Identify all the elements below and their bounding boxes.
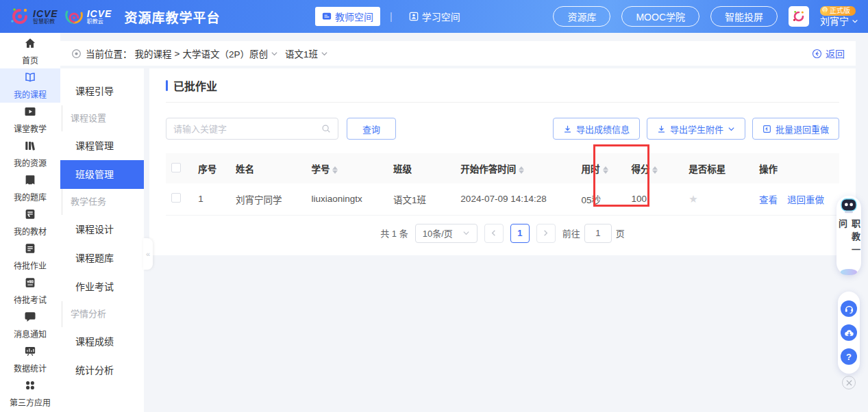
logo-group: ICVE 智慧职教 ICVE 职教云 资源库教学平台 xyxy=(10,6,220,27)
prev-page-button[interactable] xyxy=(484,224,504,243)
learner-icon xyxy=(409,12,419,21)
sidebar-item-stats[interactable]: 数据统计 xyxy=(0,342,60,376)
chevron-down-icon xyxy=(852,18,858,25)
help-button[interactable]: ? xyxy=(841,348,857,365)
sort-carets-icon[interactable] xyxy=(332,166,338,174)
query-button[interactable]: 查询 xyxy=(347,118,396,140)
row-checkbox[interactable] xyxy=(171,193,181,203)
header-pill-0[interactable]: 资源库 xyxy=(553,6,610,27)
column-header-6[interactable]: 得分 xyxy=(625,153,683,183)
sidebar-item-apps[interactable]: 第三方应用 xyxy=(0,376,60,411)
sidebar-item-resources[interactable]: 我的资源 xyxy=(0,137,60,171)
sidebar-item-message[interactable]: 消息通知 xyxy=(0,308,60,342)
header-pill-2[interactable]: 智能投屏 xyxy=(710,6,778,27)
header-pill-1[interactable]: MOOC学院 xyxy=(621,6,699,27)
view-link[interactable]: 查看 xyxy=(759,195,778,205)
submenu-item-6[interactable]: 课程题库 xyxy=(60,244,144,272)
goto-label: 前往 xyxy=(562,227,580,240)
teacher-space-tab[interactable]: 教师空间 xyxy=(315,7,380,26)
logo2-cn: 职教云 xyxy=(87,19,112,25)
submenu-item-5[interactable]: 课程设计 xyxy=(60,215,144,244)
user-menu[interactable]: 正式版 刘宵宁 xyxy=(820,6,858,27)
sort-carets-icon[interactable] xyxy=(603,166,608,174)
class-dropdown-caret-icon[interactable] xyxy=(321,50,328,57)
sidebar-item-home[interactable]: 首页 xyxy=(0,34,60,68)
classroom-icon xyxy=(24,105,36,120)
goto-page-input[interactable] xyxy=(584,224,612,243)
next-page-button[interactable] xyxy=(536,224,556,243)
student-id-cell: liuxiaoningtx xyxy=(306,183,388,215)
chevron-right-icon xyxy=(542,229,549,237)
export-score-button[interactable]: 导出成绩信息 xyxy=(553,118,640,140)
sidebar-item-label: 我的教材 xyxy=(14,225,47,237)
submenu-item-2[interactable]: 课程管理 xyxy=(60,131,144,160)
select-all-checkbox[interactable] xyxy=(171,163,181,172)
duration-cell: 05秒 xyxy=(576,183,626,215)
column-header-2[interactable]: 学号 xyxy=(306,153,388,183)
back-arrow-icon xyxy=(812,49,822,59)
name-cell: 刘宵宁同学 xyxy=(230,183,306,215)
sidebar-item-homework[interactable]: 待批作业 xyxy=(0,240,60,274)
qbank-icon xyxy=(24,174,36,189)
sidebar-item-label: 待批作业 xyxy=(14,259,47,271)
customer-service-button[interactable] xyxy=(841,300,857,317)
table-row: 1刘宵宁同学liuxiaoningtx语文1班2024-07-09 14:14:… xyxy=(166,183,839,215)
column-header-4[interactable]: 开始作答时间 xyxy=(455,153,575,183)
sidebar-item-exam[interactable]: 待批考试 xyxy=(0,274,60,308)
submenu-item-10[interactable]: 统计分析 xyxy=(60,356,144,385)
graded-homework-table: 序号姓名学号班级开始作答时间用时得分是否标星操作 1刘宵宁同学liuxiaoni… xyxy=(166,153,839,216)
apps-icon xyxy=(24,379,36,394)
close-toolbar-button[interactable] xyxy=(842,376,856,389)
logo2-en: ICVE xyxy=(87,9,112,18)
star-icon[interactable]: ★ xyxy=(689,193,697,205)
breadcrumb-prefix: 当前位置： xyxy=(86,47,132,60)
page-title: 已批作业 xyxy=(173,77,217,94)
export-attachment-button[interactable]: 导出学生附件 xyxy=(647,118,745,140)
page-1-button[interactable]: 1 xyxy=(510,224,530,243)
logo1-en: ICVE xyxy=(33,9,58,18)
sidebar-item-classroom[interactable]: 课堂教学 xyxy=(0,103,60,137)
secondary-sidebar: « 课程引导课程设置课程管理班级管理教学任务课程设计课程题库作业考试学情分析课程… xyxy=(60,68,144,412)
course-dropdown-caret-icon[interactable] xyxy=(271,50,278,57)
assistant-label: 职教一问 xyxy=(836,219,862,266)
location-icon xyxy=(71,49,82,59)
search-icon[interactable] xyxy=(321,124,331,133)
batch-return-button[interactable]: 批量退回重做 xyxy=(752,118,839,140)
textbook-icon xyxy=(24,208,36,223)
score-cell: 100 xyxy=(625,183,683,215)
avatar[interactable] xyxy=(789,6,809,27)
column-header-5[interactable]: 用时 xyxy=(576,153,626,183)
assistant-widget[interactable]: 职教一问 xyxy=(836,196,861,275)
breadcrumb: 当前位置： 我的课程 > 大学语文（2P）原创 语文1班 返回 xyxy=(60,41,856,66)
search-input[interactable] xyxy=(173,124,321,134)
submenu-item-7[interactable]: 作业考试 xyxy=(60,272,144,301)
peacock-icon xyxy=(64,6,84,27)
sidebar-item-textbook[interactable]: 我的教材 xyxy=(0,205,60,240)
cloud-download-icon xyxy=(844,328,854,338)
graded-homework-panel: 已批作业 查询 导出成绩信息 xyxy=(149,68,856,255)
download-center-button[interactable] xyxy=(841,324,857,341)
learn-space-tab[interactable]: 学习空间 xyxy=(402,7,467,26)
sidebar-item-courses[interactable]: 我的课程 xyxy=(0,68,60,103)
return-redo-link[interactable]: 退回重做 xyxy=(787,195,824,205)
back-button[interactable]: 返回 xyxy=(812,47,845,60)
sort-carets-icon[interactable] xyxy=(652,166,658,174)
sidebar-item-qbank[interactable]: 我的题库 xyxy=(0,171,60,205)
column-header-0: 序号 xyxy=(193,153,230,183)
sidebar-item-label: 课堂教学 xyxy=(14,123,47,134)
space-switcher: 教师空间 | 学习空间 xyxy=(315,7,467,26)
breadcrumb-class[interactable]: 语文1班 xyxy=(285,47,318,60)
page-size-select[interactable]: 10条/页 xyxy=(415,224,478,243)
breadcrumb-root[interactable]: 我的课程 xyxy=(135,47,172,60)
version-badge: 正式版 xyxy=(820,6,856,16)
submenu-item-3[interactable]: 班级管理 xyxy=(60,160,144,189)
nav-separator: | xyxy=(390,11,393,22)
sidebar-collapse-handle[interactable]: « xyxy=(143,238,153,270)
submenu-item-0[interactable]: 课程引导 xyxy=(60,77,144,105)
sidebar-item-label: 消息通知 xyxy=(14,328,47,339)
sort-carets-icon[interactable] xyxy=(519,166,524,174)
breadcrumb-course[interactable]: 大学语文（2P）原创 xyxy=(182,47,268,60)
sidebar-item-label: 数据统计 xyxy=(14,362,47,374)
submenu-item-9[interactable]: 课程成绩 xyxy=(60,327,144,356)
homework-icon xyxy=(24,242,36,257)
